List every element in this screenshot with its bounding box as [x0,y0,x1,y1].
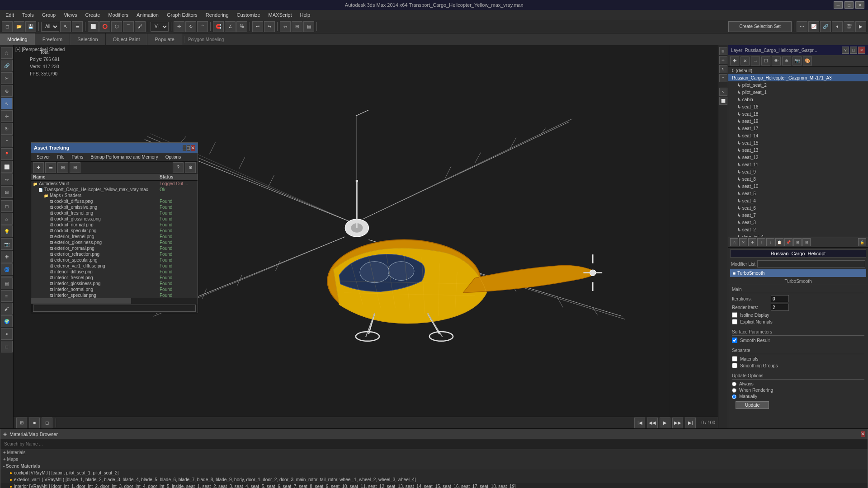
toolbar-fence-sel[interactable]: ⬡ [111,21,122,32]
iterations-input[interactable] [771,295,789,302]
table-row[interactable]: 🖼exterior_glossiness.pngFound [31,239,198,245]
table-row[interactable]: 📁Maps / Shaders [31,192,198,198]
list-item[interactable]: ↳ seat_10 [728,183,868,190]
at-minimize-button[interactable]: ─ [183,145,186,151]
tool-align[interactable]: ⊟ [1,186,13,198]
at-toolbar-large[interactable]: ⊟ [70,162,80,173]
toolbar-lasso-sel[interactable]: ⌒ [123,21,134,32]
minimize-button[interactable]: ─ [834,1,843,9]
toolbar-scale[interactable]: ⌃ [197,21,208,32]
mod-icon-1[interactable]: ☆ [730,238,738,246]
menu-customize[interactable]: Customize [233,11,264,19]
toolbar-select-by-name[interactable]: ☰ [72,21,83,32]
at-menu-paths[interactable]: Paths [68,154,87,160]
mb-close-button[interactable]: ✕ [861,431,865,437]
table-row[interactable]: 🖼interior_fresnel.pngFound [31,275,198,281]
toolbar-named-sel-sets[interactable]: ⋯ [797,21,807,32]
tool-move[interactable]: ✛ [1,110,13,122]
table-row[interactable]: 🖼cockpit_specular.pngFound [31,228,198,234]
toolbar-rect-sel[interactable]: ⬜ [88,21,99,32]
tool-link[interactable]: 🔗 [1,60,13,71]
list-item[interactable]: ↳ seat_9 [728,168,868,175]
toolbar-select[interactable]: ↖ [60,21,71,32]
tool-camera[interactable]: 📷 [1,238,13,250]
toolbar-render-setup[interactable]: 🎬 [844,21,854,32]
at-restore-button[interactable]: □ [187,145,190,151]
at-hscroll[interactable] [31,298,198,304]
table-row[interactable]: 🖼exterior_refraction.pngFound [31,251,198,257]
at-toolbar-new[interactable]: ✚ [33,162,44,173]
rs-btn-6[interactable]: ⬜ [719,97,727,105]
toolbar-rotate[interactable]: ↻ [185,21,196,32]
manually-radio[interactable] [732,394,736,399]
tool-scale[interactable]: ⌃ [1,136,13,147]
toolbar-schematic[interactable]: 🔗 [820,21,831,32]
mod-icon-lock[interactable]: 🔒 [858,238,866,246]
tab-populate[interactable]: Populate [147,33,182,45]
rs-btn-1[interactable]: ⊞ [719,47,727,55]
list-item[interactable]: ↳ seat_6 [728,204,868,211]
tool-render-effects[interactable]: ✦ [1,328,13,340]
menu-edit[interactable]: Edit [2,11,18,19]
viewport[interactable]: [+] [Perspective] Shaded Total Polys: 76… [14,45,718,428]
toolbar-align[interactable]: ⊟ [292,21,302,32]
list-item[interactable]: ↳ seat_19 [728,117,868,125]
tool-rotate[interactable]: ↻ [1,123,13,135]
explicit-normals-checkbox[interactable] [732,319,737,324]
tool-mirror[interactable]: ⇔ [1,174,13,185]
list-item[interactable]: ↳ seat_8 [728,175,868,183]
list-item[interactable]: ↳ seat_15 [728,139,868,146]
vp-btn-3[interactable]: ◻ [42,418,52,428]
table-row[interactable]: 🖼cockpit_normal.pngFound [31,222,198,228]
list-item[interactable]: ↳ seat_16 [728,103,868,110]
layers-tb-add-sel[interactable]: → [751,56,760,66]
list-item[interactable]: ↳ seat_7 [728,211,868,219]
menu-views[interactable]: Views [60,11,80,19]
menu-group[interactable]: Group [38,11,60,19]
layers-expand-button[interactable]: □ [850,47,857,54]
table-row[interactable]: 🖼cockpit_emissive.pngFound [31,204,198,210]
toolbar-percent-snap[interactable]: % [236,21,247,32]
list-item[interactable]: ↳ seat_3 [728,219,868,226]
tool-layer[interactable]: ▤ [1,277,13,289]
tool-environment[interactable]: 🌍 [1,315,13,327]
at-toolbar-list[interactable]: ☰ [45,162,56,173]
layers-tb-color[interactable]: 🎨 [803,56,812,66]
render-iters-input[interactable] [771,304,789,311]
list-item[interactable]: ↳ pilot_seat_1 [728,89,868,96]
toolbar-material-editor[interactable]: ♦ [832,21,843,32]
toolbar-move[interactable]: ✛ [174,21,184,32]
list-item[interactable]: ↳ seat_13 [728,146,868,154]
toolbar-view-dropdown[interactable]: View [151,22,169,32]
menu-graph-editors[interactable]: Graph Editors [163,11,201,19]
list-item[interactable]: 0 (default) [728,67,868,74]
list-item[interactable]: ↳ cabin [728,96,868,103]
mb-section-materials[interactable]: + Materials [0,449,868,456]
mod-icon-9[interactable]: ⊟ [802,238,811,246]
toolbar-redo[interactable]: ↪ [264,21,275,32]
toolbar-paint-sel[interactable]: 🖌 [135,21,146,32]
list-item[interactable]: Russian_Cargo_Helicopter_Gazprom_MI-171_… [728,74,868,81]
when-rendering-radio[interactable] [732,388,736,393]
at-toolbar-grid[interactable]: ⊞ [57,162,68,173]
maximize-button[interactable]: □ [844,1,854,9]
vp-next-key[interactable]: ▶▶ [672,418,683,428]
toolbar-mode-dropdown[interactable]: All [41,22,59,32]
toolbar-undo[interactable]: ↩ [252,21,263,32]
toolbar-layer[interactable]: ▤ [303,21,314,32]
tool-light[interactable]: 💡 [1,225,13,237]
tool-select-region[interactable]: ⬜ [1,161,13,173]
at-footer-input[interactable] [33,305,196,312]
turbosmooth-modifier-item[interactable]: ■ TurboSmooth [730,269,866,277]
at-close-button[interactable]: ✕ [191,145,195,151]
toolbar-mirror[interactable]: ⇔ [280,21,291,32]
always-radio[interactable] [732,382,736,386]
layers-close-button[interactable]: ✕ [858,47,865,54]
tool-bind-space[interactable]: ⊕ [1,85,13,97]
menu-create[interactable]: Create [81,11,104,19]
rs-btn-4[interactable]: ⌃ [719,74,727,82]
menu-animation[interactable]: Animation [133,11,162,19]
mb-section-maps[interactable]: + Maps [0,456,868,463]
at-toolbar-help[interactable]: ? [173,162,184,173]
tool-spacewarp[interactable]: 🌀 [1,263,13,275]
